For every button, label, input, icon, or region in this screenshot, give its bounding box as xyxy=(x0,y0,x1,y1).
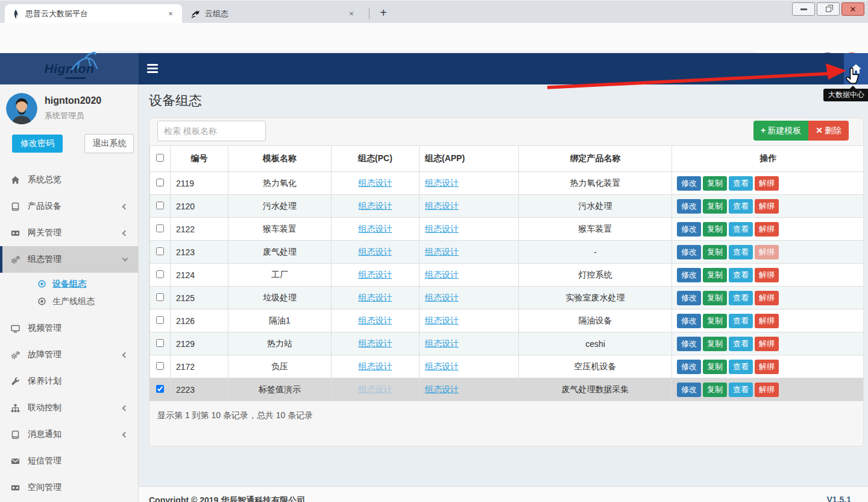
view-action-button[interactable]: 查看 xyxy=(729,337,753,351)
edit-action-button[interactable]: 修改 xyxy=(677,291,701,305)
app-config-link[interactable]: 组态设计 xyxy=(425,293,459,302)
sidebar-item-9[interactable]: 短信管理 xyxy=(0,448,138,474)
row-checkbox[interactable] xyxy=(156,247,164,255)
edit-action-button[interactable]: 修改 xyxy=(677,314,701,328)
unbind-action-button[interactable]: 解绑 xyxy=(755,314,779,328)
copy-action-button[interactable]: 复制 xyxy=(703,360,727,374)
copy-action-button[interactable]: 复制 xyxy=(703,176,727,191)
edit-action-button[interactable]: 修改 xyxy=(677,176,701,191)
sidebar-subitem[interactable]: 生产线组态 xyxy=(0,293,138,310)
app-config-link[interactable]: 组态设计 xyxy=(425,178,459,188)
copy-action-button[interactable]: 复制 xyxy=(703,383,727,397)
column-header[interactable]: 模板名称 xyxy=(228,146,332,172)
unbind-action-button[interactable]: 解绑 xyxy=(755,291,779,305)
row-checkbox[interactable] xyxy=(156,202,164,209)
tab-close-icon[interactable]: × xyxy=(346,8,357,19)
app-config-link[interactable]: 组态设计 xyxy=(425,270,459,279)
row-checkbox[interactable] xyxy=(156,385,164,393)
change-password-button[interactable]: 修改密码 xyxy=(12,135,63,153)
edit-action-button[interactable]: 修改 xyxy=(677,337,701,351)
column-header[interactable]: 组态(APP) xyxy=(420,146,519,172)
app-config-link[interactable]: 组态设计 xyxy=(425,316,459,325)
edit-action-button[interactable]: 修改 xyxy=(677,222,701,237)
pc-config-link[interactable]: 组态设计 xyxy=(359,338,392,348)
app-config-link[interactable]: 组态设计 xyxy=(425,224,459,234)
sidebar-item-8[interactable]: 消息通知 xyxy=(0,421,138,448)
sidebar-item-10[interactable]: 空间管理 xyxy=(0,474,138,501)
tab-close-icon[interactable]: × xyxy=(165,8,176,19)
app-config-link[interactable]: 组态设计 xyxy=(425,338,459,348)
edit-action-button[interactable]: 修改 xyxy=(677,383,701,397)
column-header[interactable]: 组态(PC) xyxy=(332,146,420,172)
sidebar-item-0[interactable]: 系统总览 xyxy=(0,167,138,193)
sidebar-item-5[interactable]: 故障管理 xyxy=(0,342,138,368)
pc-config-link[interactable]: 组态设计 xyxy=(359,224,392,234)
pc-config-link[interactable]: 组态设计 xyxy=(359,247,392,256)
unbind-action-button[interactable]: 解绑 xyxy=(755,337,779,351)
edit-action-button[interactable]: 修改 xyxy=(677,199,701,214)
column-header[interactable]: 绑定产品名称 xyxy=(519,146,672,172)
app-config-link[interactable]: 组态设计 xyxy=(425,361,459,371)
pc-config-link[interactable]: 组态设计 xyxy=(359,201,392,211)
unbind-action-button[interactable]: 解绑 xyxy=(755,245,779,259)
sidebar-item-4[interactable]: 视频管理 xyxy=(0,315,138,342)
sidebar-toggle-button[interactable] xyxy=(147,64,158,73)
row-checkbox[interactable] xyxy=(156,362,164,370)
delete-button[interactable]: ✕删除 xyxy=(808,121,849,141)
row-checkbox[interactable] xyxy=(156,293,164,301)
unbind-action-button[interactable]: 解绑 xyxy=(755,199,779,214)
app-config-link[interactable]: 组态设计 xyxy=(425,247,459,256)
unbind-action-button[interactable]: 解绑 xyxy=(755,222,779,237)
column-header[interactable]: 操作 xyxy=(672,146,864,172)
window-restore-button[interactable] xyxy=(817,2,840,16)
window-close-button[interactable]: ✕ xyxy=(841,2,864,16)
logout-button[interactable]: 退出系统 xyxy=(84,134,134,153)
unbind-action-button[interactable]: 解绑 xyxy=(755,383,779,397)
copy-action-button[interactable]: 复制 xyxy=(703,222,727,237)
new-template-button[interactable]: +新建模板 xyxy=(753,121,808,141)
copy-action-button[interactable]: 复制 xyxy=(703,337,727,351)
row-checkbox[interactable] xyxy=(156,179,164,186)
copy-action-button[interactable]: 复制 xyxy=(703,199,727,214)
copy-action-button[interactable]: 复制 xyxy=(703,314,727,328)
pc-config-link[interactable]: 组态设计 xyxy=(359,293,392,302)
row-checkbox[interactable] xyxy=(156,339,164,347)
column-header[interactable]: 编号 xyxy=(171,146,228,172)
view-action-button[interactable]: 查看 xyxy=(729,222,753,237)
copy-action-button[interactable]: 复制 xyxy=(703,268,727,282)
view-action-button[interactable]: 查看 xyxy=(729,245,753,259)
edit-action-button[interactable]: 修改 xyxy=(677,360,701,374)
edit-action-button[interactable]: 修改 xyxy=(677,245,701,259)
unbind-action-button[interactable]: 解绑 xyxy=(755,268,779,282)
copy-action-button[interactable]: 复制 xyxy=(703,291,727,305)
select-all-checkbox[interactable] xyxy=(156,154,164,162)
browser-tab-inactive[interactable]: 云组态 × xyxy=(184,4,363,24)
pc-config-link[interactable]: 组态设计 xyxy=(359,361,392,371)
sidebar-subitem[interactable]: 设备组态 xyxy=(0,275,138,293)
sidebar-item-1[interactable]: 产品设备 xyxy=(0,193,138,220)
view-action-button[interactable]: 查看 xyxy=(729,383,753,397)
row-checkbox[interactable] xyxy=(156,224,164,232)
view-action-button[interactable]: 查看 xyxy=(729,199,753,214)
sidebar-item-2[interactable]: 网关管理 xyxy=(0,220,138,246)
view-action-button[interactable]: 查看 xyxy=(729,314,753,328)
unbind-action-button[interactable]: 解绑 xyxy=(755,360,779,374)
sidebar-item-7[interactable]: 联动控制 xyxy=(0,395,138,421)
sidebar-item-3[interactable]: 组态管理 xyxy=(0,246,138,273)
new-tab-button[interactable]: + xyxy=(375,5,392,22)
app-config-link[interactable]: 组态设计 xyxy=(425,201,459,211)
unbind-action-button[interactable]: 解绑 xyxy=(755,176,779,191)
app-config-link[interactable]: 组态设计 xyxy=(425,384,459,394)
pc-config-link[interactable]: 组态设计 xyxy=(359,384,392,394)
view-action-button[interactable]: 查看 xyxy=(729,176,753,191)
view-action-button[interactable]: 查看 xyxy=(729,268,753,282)
view-action-button[interactable]: 查看 xyxy=(729,360,753,374)
pc-config-link[interactable]: 组态设计 xyxy=(359,316,392,325)
pc-config-link[interactable]: 组态设计 xyxy=(359,270,392,279)
row-checkbox[interactable] xyxy=(156,316,164,324)
pc-config-link[interactable]: 组态设计 xyxy=(359,178,392,188)
search-input[interactable] xyxy=(157,121,266,141)
edit-action-button[interactable]: 修改 xyxy=(677,268,701,282)
copy-action-button[interactable]: 复制 xyxy=(703,245,727,259)
row-checkbox[interactable] xyxy=(156,270,164,278)
